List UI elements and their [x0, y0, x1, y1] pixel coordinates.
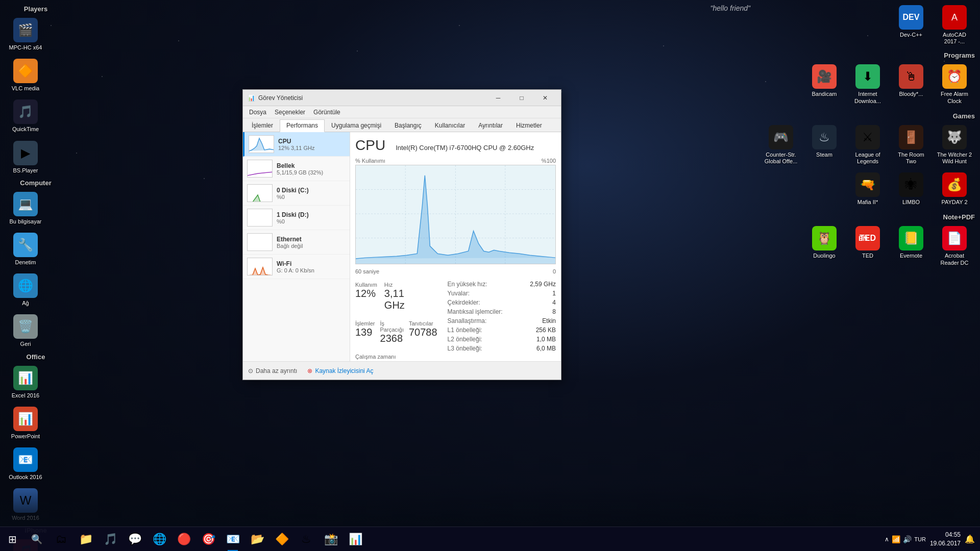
- tab-performans[interactable]: Performans: [280, 119, 325, 132]
- cpu-title: CPU: [355, 137, 385, 154]
- clock-display[interactable]: 04:55 19.06.2017: [930, 531, 961, 548]
- lol-icon[interactable]: ⚔ League of Legends: [847, 122, 888, 167]
- mafia-icon[interactable]: 🔫 Mafia II*: [847, 170, 888, 208]
- sidebar-cpu-info: CPU 12% 3,11 GHz: [278, 138, 346, 151]
- sidebar-memory[interactable]: Bellek 5,1/15,9 GB (32%): [243, 157, 350, 181]
- steam-taskbar[interactable]: ♨: [294, 527, 318, 552]
- programs-group-label: Programs: [750, 52, 975, 59]
- speed-stat: Hız 3,11 GHz: [384, 280, 408, 313]
- limbo-icon[interactable]: 🕷 LIMBO: [891, 170, 932, 208]
- idm-img: ⬇: [855, 64, 880, 89]
- less-detail-button[interactable]: ⊙ Daha az ayrıntı: [248, 367, 297, 374]
- resource-monitor-icon: ⊗: [307, 367, 312, 374]
- sidebar-disk1[interactable]: 1 Diski (D:) %0: [243, 206, 350, 230]
- max-speed-value: 2,59 GHz: [530, 281, 556, 288]
- acrobat-icon[interactable]: 📄 Acrobat Reader DC: [934, 223, 975, 268]
- excel-icon[interactable]: 📊 Excel 2016: [5, 363, 46, 402]
- mpc-hc-img: 🎬: [13, 18, 38, 42]
- tab-ayrintilar[interactable]: Ayrıntılar: [472, 119, 509, 132]
- l2-stat: L2 önbelleği: 1,0 MB: [448, 335, 556, 344]
- opera-taskbar[interactable]: 🔴: [172, 527, 196, 552]
- tab-uygulama-gecmisi[interactable]: Uygulama geçmişi: [325, 119, 388, 132]
- tab-hizmetler[interactable]: Hizmetler: [509, 119, 549, 132]
- csgo-icon[interactable]: 🎮 Counter-Str. Global Offe...: [761, 122, 801, 167]
- usage-value: 12%: [355, 288, 379, 299]
- taskmanager-taskbar[interactable]: 📊: [343, 527, 368, 552]
- sidebar-disk0[interactable]: 0 Diski (C:) %0: [243, 181, 350, 206]
- file-explorer-taskbar[interactable]: 📁: [74, 527, 98, 552]
- up-arrow-icon[interactable]: ∧: [885, 536, 889, 543]
- menu-dosya[interactable]: Dosya: [245, 106, 271, 118]
- bsplayer-icon[interactable]: ▶ BS.Player: [5, 138, 46, 177]
- en-language-indicator[interactable]: EN: [859, 235, 868, 242]
- witcher-icon[interactable]: 🐺 The Witcher 2 Wild Hunt: [934, 122, 975, 167]
- powerpoint-img: 📊: [13, 407, 38, 431]
- task-manager-titlebar[interactable]: 📊 Görev Yöneticisi ─ □ ✕: [243, 90, 561, 106]
- witcher-label: The Witcher 2 Wild Hunt: [937, 152, 972, 165]
- powerpoint-icon[interactable]: 📊 PowerPoint: [5, 404, 46, 442]
- speed-label: Hız: [384, 282, 408, 288]
- app8-taskbar[interactable]: 📂: [245, 527, 270, 552]
- network-tray-icon[interactable]: 📶: [892, 535, 900, 543]
- network-icon[interactable]: 🌐 Ağ: [5, 271, 46, 309]
- devcpp-icon[interactable]: DEV Dev-C++: [891, 3, 932, 47]
- menu-goruntule[interactable]: Görüntüle: [309, 106, 345, 118]
- quicktime-icon[interactable]: 🎵 QuickTime: [5, 97, 46, 135]
- handles-value: 70788: [409, 327, 437, 338]
- sidebar-wifi[interactable]: Wi-Fi G: 0 A: 0 Kb/sn: [243, 255, 350, 279]
- search-button[interactable]: 🔍: [24, 527, 49, 552]
- menu-secenekler[interactable]: Seçenekler: [271, 106, 309, 118]
- sidebar-ethernet-detail: Bağlı değil: [277, 243, 346, 249]
- evernote-icon[interactable]: 📒 Evernote: [891, 223, 932, 268]
- bandicam-img: 🎥: [812, 64, 837, 89]
- steam-icon[interactable]: ♨ Steam: [804, 122, 845, 167]
- sidebar-wifi-detail: G: 0 A: 0 Kb/sn: [277, 267, 346, 273]
- duolingo-icon[interactable]: 🦉 Duolingo: [804, 223, 845, 268]
- autocad-img: A: [942, 5, 967, 30]
- task-manager-window: 📊 Görev Yöneticisi ─ □ ✕ Dosya Seçenekle…: [242, 89, 561, 380]
- sidebar-wifi-graph: [247, 258, 273, 276]
- resource-monitor-link[interactable]: ⊗ Kaynak İzleyicisini Aç: [307, 367, 373, 374]
- recycle-bin-icon[interactable]: 🗑️ Geri: [5, 312, 46, 350]
- bandicam-icon[interactable]: 🎥 Bandicam: [804, 62, 845, 107]
- language-tray[interactable]: TUR: [914, 536, 926, 542]
- outlook-taskbar[interactable]: 📧: [220, 527, 245, 552]
- ted-icon[interactable]: TED TED: [847, 223, 888, 268]
- alarm-clock-icon[interactable]: ⏰ Free Alarm Clock: [934, 62, 975, 107]
- max-speed-stat: En yüksek hız: 2,59 GHz: [448, 280, 556, 289]
- chrome-taskbar[interactable]: 🌐: [147, 527, 172, 552]
- app11-taskbar[interactable]: 📸: [318, 527, 343, 552]
- app9-taskbar[interactable]: 🔶: [270, 527, 294, 552]
- outlook-icon[interactable]: 📧 Outlook 2016: [5, 445, 46, 483]
- resource-monitor-label: Kaynak İzleyicisini Aç: [315, 367, 373, 374]
- volume-tray-icon[interactable]: 🔊: [903, 535, 912, 543]
- spotify-taskbar[interactable]: 🎵: [98, 527, 122, 552]
- payday-icon[interactable]: 💰 PAYDAY 2: [934, 170, 975, 208]
- whatsapp-taskbar[interactable]: 💬: [122, 527, 147, 552]
- mpc-hc-icon[interactable]: 🎬 MPC-HC x64: [5, 15, 46, 54]
- minimize-button[interactable]: ─: [486, 90, 510, 106]
- bloody-icon[interactable]: 🖱 Bloody*...: [891, 62, 932, 107]
- maximize-button[interactable]: □: [510, 90, 533, 106]
- autocad-icon[interactable]: A AutoCAD 2017 -...: [934, 3, 975, 47]
- control-panel-icon[interactable]: 🔧 Denetim: [5, 230, 46, 268]
- tab-islemler[interactable]: İşlemler: [245, 119, 280, 132]
- sidebar-cpu[interactable]: CPU 12% 3,11 GHz: [243, 132, 350, 157]
- my-computer-icon[interactable]: 💻 Bu bilgisayar: [5, 189, 46, 228]
- start-button[interactable]: ⊞: [0, 527, 24, 552]
- room-two-icon[interactable]: 🚪 The Room Two: [891, 122, 932, 167]
- vlc-icon[interactable]: 🔶 VLC media: [5, 56, 46, 94]
- tab-kullanicilar[interactable]: Kullanıcılar: [428, 119, 472, 132]
- tab-baslangic[interactable]: Başlangıç: [388, 119, 428, 132]
- sidebar-ethernet[interactable]: Ethernet Bağlı değil: [243, 230, 350, 255]
- idm-icon[interactable]: ⬇ Internet Downloa...: [847, 62, 888, 107]
- task-view-button[interactable]: 🗂: [49, 527, 74, 552]
- word-label: Word 2016: [12, 515, 39, 521]
- idm-label: Internet Downloa...: [850, 91, 886, 104]
- sockets-stat: Yuvalar: 1: [448, 289, 556, 298]
- app6-taskbar[interactable]: 🎯: [196, 527, 220, 552]
- close-button[interactable]: ✕: [533, 90, 557, 106]
- word-icon[interactable]: W Word 2016: [5, 486, 46, 524]
- notification-button[interactable]: 🔔: [965, 534, 975, 544]
- games-group-label: Games: [750, 112, 975, 120]
